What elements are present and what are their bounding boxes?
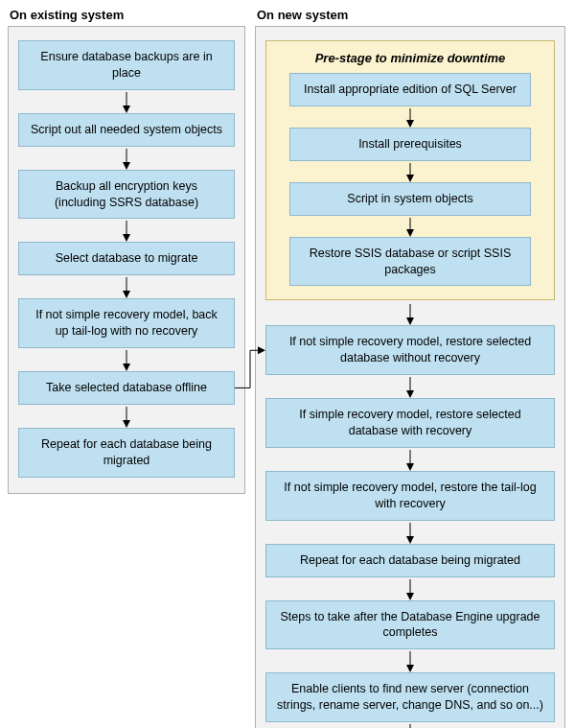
- svg-marker-19: [406, 317, 414, 325]
- left-flow: Ensure database backups are in place Scr…: [18, 40, 235, 478]
- svg-marker-7: [123, 291, 130, 298]
- arrow-down-icon: [18, 219, 235, 242]
- right-panel: Pre-stage to minimize downtime Install a…: [255, 26, 565, 728]
- prestage-title: Pre-stage to minimize downtime: [276, 51, 544, 65]
- left-column: On existing system Ensure database backu…: [8, 8, 245, 494]
- columns-container: On existing system Ensure database backu…: [8, 8, 567, 728]
- arrow-down-icon: [276, 106, 544, 128]
- arrow-down-icon: [276, 216, 544, 237]
- step-box-restore-norecovery: If not simple recovery model, restore se…: [265, 325, 555, 375]
- svg-marker-15: [406, 175, 414, 182]
- step-box: Backup all encryption keys (including SS…: [18, 170, 235, 220]
- step-box: If not simple recovery model, back up ta…: [18, 298, 235, 348]
- svg-marker-23: [406, 463, 414, 471]
- step-box: Select database to migrate: [18, 242, 235, 275]
- svg-marker-27: [406, 593, 414, 600]
- arrow-down-icon: [265, 649, 555, 672]
- step-box: Script out all needed system objects: [18, 113, 235, 147]
- arrow-down-icon: [265, 521, 555, 544]
- arrow-down-icon: [265, 375, 555, 398]
- arrow-down-icon: [265, 448, 555, 471]
- left-header: On existing system: [8, 8, 245, 22]
- arrow-down-icon: [265, 302, 555, 325]
- prestage-flow: Install appropriate edition of SQL Serve…: [276, 73, 544, 286]
- arrow-down-icon: [18, 275, 235, 298]
- left-panel: Ensure database backups are in place Scr…: [8, 26, 245, 494]
- svg-marker-11: [123, 420, 130, 428]
- svg-marker-1: [123, 106, 130, 113]
- arrow-down-icon: [276, 161, 544, 182]
- step-box: Restore SSIS database or script SSIS pac…: [289, 237, 531, 287]
- arrow-down-icon: [18, 90, 235, 113]
- svg-marker-17: [406, 229, 414, 237]
- arrow-down-icon: [18, 147, 235, 170]
- diagram-root: On existing system Ensure database backu…: [8, 8, 567, 728]
- step-box: If simple recovery model, restore select…: [265, 398, 555, 448]
- step-box: Install prerequisites: [289, 128, 531, 161]
- arrow-down-icon: [265, 577, 555, 600]
- svg-marker-5: [123, 234, 130, 242]
- step-box: Script in system objects: [289, 182, 531, 216]
- step-box: Install appropriate edition of SQL Serve…: [289, 73, 531, 106]
- svg-marker-3: [123, 162, 130, 170]
- step-box: Repeat for each database being migrated: [18, 428, 235, 478]
- right-header: On new system: [255, 8, 565, 22]
- step-box: Enable clients to find new server (conne…: [265, 672, 555, 722]
- svg-marker-25: [406, 536, 414, 544]
- right-column: On new system Pre-stage to minimize down…: [255, 8, 565, 728]
- svg-marker-13: [406, 120, 414, 128]
- step-box: Repeat for each database being migrated: [265, 544, 555, 577]
- step-box-take-offline: Take selected database offline: [18, 371, 235, 405]
- prestage-panel: Pre-stage to minimize downtime Install a…: [265, 40, 555, 300]
- arrow-down-icon: [265, 722, 555, 728]
- arrow-down-icon: [18, 348, 235, 371]
- svg-marker-29: [406, 665, 414, 672]
- right-flow: If not simple recovery model, restore se…: [265, 325, 555, 728]
- arrow-down-icon: [18, 405, 235, 428]
- step-box: Ensure database backups are in place: [18, 40, 235, 90]
- step-box: If not simple recovery model, restore th…: [265, 471, 555, 521]
- svg-marker-9: [123, 364, 130, 371]
- step-box: Steps to take after the Database Engine …: [265, 600, 555, 650]
- svg-marker-21: [406, 390, 414, 398]
